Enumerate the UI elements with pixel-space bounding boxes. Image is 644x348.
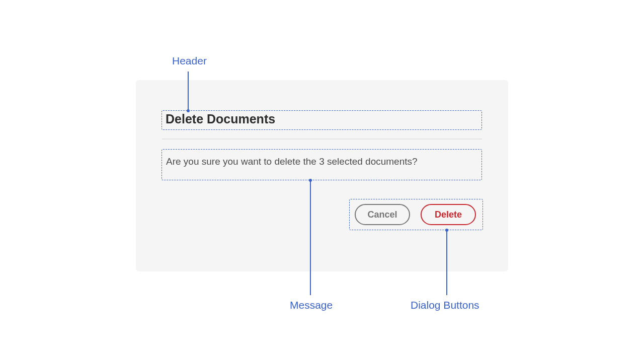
leader-dot-header — [187, 109, 190, 112]
leader-line-header — [188, 72, 189, 111]
annotation-label-buttons: Dialog Buttons — [411, 299, 479, 311]
cancel-button[interactable]: Cancel — [355, 204, 410, 225]
leader-line-buttons — [446, 230, 447, 295]
leader-dot-buttons — [445, 229, 448, 232]
cancel-button-label: Cancel — [367, 210, 397, 220]
dialog-header: Delete Documents — [166, 112, 275, 126]
dialog-divider — [162, 138, 482, 140]
delete-button-label: Delete — [435, 210, 462, 220]
annotation-label-message: Message — [290, 299, 333, 311]
leader-line-message — [310, 180, 311, 295]
annotation-label-header: Header — [172, 55, 207, 67]
dialog-message: Are you sure you want to delete the 3 se… — [166, 156, 418, 167]
diagram-canvas: Delete Documents Are you sure you want t… — [0, 0, 644, 348]
delete-button[interactable]: Delete — [421, 204, 476, 225]
leader-dot-message — [309, 179, 312, 182]
